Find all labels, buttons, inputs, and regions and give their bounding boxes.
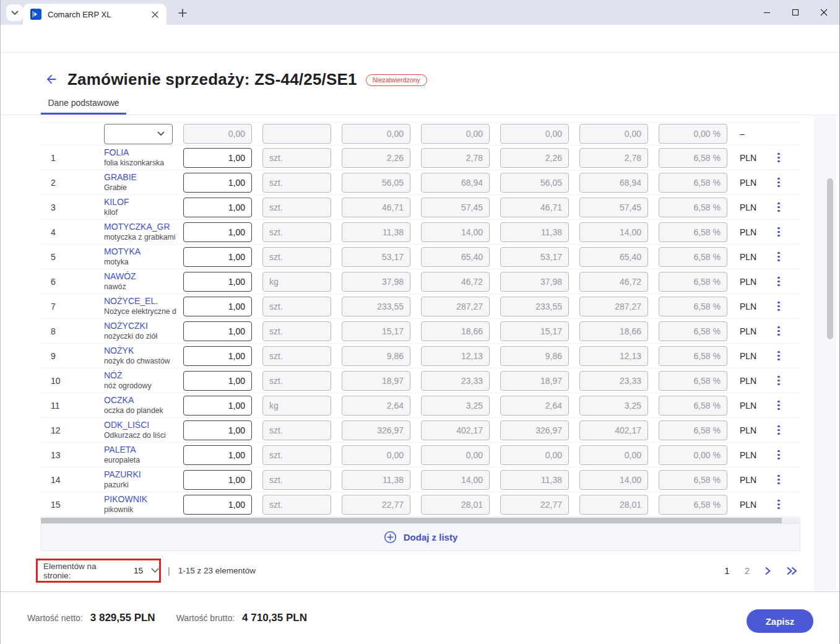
quantity-input[interactable]: 1,00 [183, 495, 252, 515]
product-code-link[interactable]: PIKOWNIK [104, 494, 180, 505]
quantity-input[interactable]: 1,00 [183, 346, 252, 366]
page-button-2[interactable]: 2 [745, 565, 750, 576]
quantity-input[interactable]: 1,00 [183, 371, 252, 391]
price-gross-field: 18,66 [421, 321, 490, 341]
row-menu-kebab-icon[interactable] [773, 299, 784, 314]
tab-close-icon[interactable] [149, 9, 160, 20]
filter-select[interactable] [104, 124, 173, 144]
quantity-input[interactable]: 1,00 [183, 272, 252, 292]
quantity-input[interactable]: 1,00 [183, 247, 252, 267]
row-menu-kebab-icon[interactable] [773, 250, 784, 264]
filter-vat: 0,00 % [659, 124, 727, 144]
quantity-input[interactable]: 1,00 [183, 470, 252, 490]
page-header: Zamówienie sprzedaży: ZS-44/25/SE1 Nieza… [44, 69, 427, 90]
row-menu-kebab-icon[interactable] [773, 225, 784, 240]
vat-field: 6,58 % [659, 173, 727, 193]
per-page-select[interactable]: 15 [134, 566, 143, 575]
quantity-input[interactable]: 1,00 [183, 148, 252, 168]
product-code-link[interactable]: NÓŻ [104, 370, 180, 381]
horizontal-scrollbar-thumb[interactable] [41, 518, 782, 523]
product-code-link[interactable]: MOTYKA [104, 246, 180, 258]
page-back-button[interactable] [44, 72, 59, 87]
row-menu-kebab-icon[interactable] [773, 150, 784, 165]
last-page-icon[interactable] [786, 567, 798, 575]
quantity-input[interactable]: 1,00 [183, 198, 252, 217]
quantity-input[interactable]: 1,00 [183, 173, 252, 193]
value-gross-field: 57,45 [579, 198, 648, 217]
value-net-field: 2,26 [500, 148, 569, 168]
vat-field: 6,58 % [659, 371, 727, 391]
product-cell: ODK_LIŚCI Odkurzacz do liści [104, 420, 183, 440]
product-code-link[interactable]: GRABIE [104, 172, 180, 183]
row-menu-kebab-icon[interactable] [773, 175, 784, 190]
row-menu-kebab-icon[interactable] [773, 448, 784, 463]
vertical-scrollbar[interactable] [814, 115, 836, 591]
row-menu-kebab-icon[interactable] [773, 324, 784, 339]
product-code-link[interactable]: FOLIA [104, 147, 180, 159]
new-tab-button[interactable] [175, 6, 190, 20]
minimize-button[interactable] [753, 0, 781, 25]
quantity-input[interactable]: 1,00 [183, 321, 252, 341]
currency-label: PLN [738, 326, 766, 336]
quantity-input[interactable]: 1,00 [183, 396, 252, 416]
product-description: oczka do plandek [104, 406, 180, 416]
value-gross-field: 68,94 [579, 173, 648, 193]
save-button[interactable]: Zapisz [747, 609, 813, 633]
close-window-button[interactable] [810, 0, 838, 25]
range-group: | 1-15 z 23 elementów [168, 559, 256, 583]
price-gross-field: 23,33 [421, 371, 490, 391]
row-menu-kebab-icon[interactable] [773, 373, 784, 388]
table-body: 1 FOLIA folia kiszonkarska 1,00 szt. 2,2… [41, 146, 800, 517]
row-menu-kebab-icon[interactable] [773, 200, 784, 215]
row-menu-kebab-icon[interactable] [773, 274, 784, 289]
product-code-link[interactable]: MOTYCZKA_GR [104, 222, 180, 233]
quantity-input[interactable]: 1,00 [183, 222, 252, 242]
quantity-input[interactable]: 1,00 [183, 297, 252, 316]
maximize-button[interactable] [781, 0, 810, 25]
comarch-favicon-icon [30, 9, 41, 20]
per-page-chevron-icon[interactable] [151, 568, 159, 573]
net-total-value: 3 829,55 PLN [90, 612, 155, 624]
vat-field: 6,58 % [659, 321, 727, 341]
value-gross-field: 287,27 [579, 297, 648, 316]
vertical-scrollbar-thumb[interactable] [827, 178, 833, 339]
product-code-link[interactable]: NOŻYCE_EL. [104, 296, 180, 307]
row-number: 4 [41, 227, 104, 237]
row-menu-kebab-icon[interactable] [773, 398, 784, 413]
add-from-list-button[interactable]: Dodaj z listy [384, 531, 458, 544]
product-description: pikownik [104, 505, 180, 515]
page-button-1[interactable]: 1 [724, 565, 729, 576]
product-code-link[interactable]: NOŻYCZKI [104, 321, 180, 332]
vat-field: 6,58 % [659, 346, 727, 366]
row-menu-kebab-icon[interactable] [773, 423, 784, 438]
unit-field: szt. [262, 495, 331, 515]
window-controls [753, 0, 838, 25]
filter-price-net: 0,00 [342, 124, 410, 144]
product-code-link[interactable]: NOŻYK [104, 346, 180, 357]
tab-search-button[interactable] [6, 4, 23, 21]
tab-dane-podstawowe[interactable]: Dane podstawowe [41, 92, 126, 113]
vat-field: 6,58 % [659, 222, 727, 242]
next-page-icon[interactable] [764, 567, 771, 575]
row-menu-kebab-icon[interactable] [773, 472, 784, 487]
product-code-link[interactable]: PAZURKI [104, 469, 180, 481]
quantity-input[interactable]: 1,00 [183, 420, 252, 440]
unit-field: szt. [262, 470, 331, 490]
product-code-link[interactable]: PALETA [104, 445, 180, 456]
product-code-link[interactable]: NAWÓZ [104, 271, 180, 282]
product-code-link[interactable]: OCZKA [104, 395, 180, 406]
quantity-input[interactable]: 1,00 [183, 445, 252, 465]
product-code-link[interactable]: KILOF [104, 197, 180, 208]
row-menu-kebab-icon[interactable] [773, 497, 784, 512]
horizontal-scrollbar[interactable] [41, 518, 800, 523]
row-number: 9 [41, 351, 104, 361]
browser-tab[interactable]: Comarch ERP XL [23, 4, 167, 25]
table-row: 3 KILOF kilof 1,00 szt. 46,71 57,45 46,7… [41, 195, 800, 220]
value-net-field: 53,17 [500, 247, 569, 267]
add-from-list-label: Dodaj z listy [404, 532, 458, 542]
row-menu-kebab-icon[interactable] [773, 349, 784, 363]
product-code-link[interactable]: ODK_LIŚCI [104, 420, 180, 431]
unit-field: szt. [262, 222, 331, 242]
vat-field: 6,58 % [659, 272, 727, 292]
currency-label: PLN [738, 227, 766, 237]
